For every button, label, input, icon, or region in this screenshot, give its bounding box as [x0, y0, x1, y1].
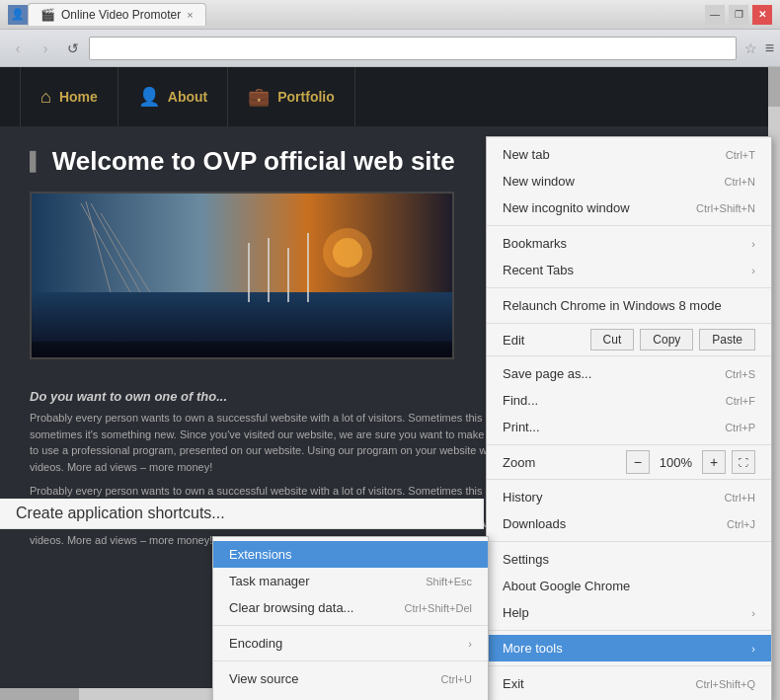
tab-close-btn[interactable]: × [187, 9, 193, 21]
clear-browsing-shortcut: Ctrl+Shift+Del [405, 602, 472, 614]
bookmarks-arrow: › [751, 238, 755, 250]
settings-item[interactable]: Settings [487, 546, 771, 573]
encoding-label: Encoding [229, 636, 468, 651]
find-label: Find... [503, 393, 706, 408]
print-shortcut: Ctrl+P [725, 422, 755, 433]
create-app-shortcuts-label: Create application shortcuts... [16, 505, 468, 522]
task-manager-item[interactable]: Task manager Shift+Esc [213, 568, 488, 594]
edit-label: Edit [503, 333, 585, 348]
print-item[interactable]: Print... Ctrl+P [487, 414, 771, 440]
reload-button[interactable]: ↺ [61, 37, 85, 60]
menu-section-page: Save page as... Ctrl+S Find... Ctrl+F Pr… [487, 356, 771, 445]
create-app-shortcuts-item[interactable]: Create application shortcuts... [0, 499, 484, 528]
history-shortcut: Ctrl+H [725, 492, 755, 504]
extensions-item[interactable]: Extensions [213, 541, 488, 568]
menu-section-exit: Exit Ctrl+Shift+Q [487, 666, 771, 700]
back-button[interactable]: ‹ [6, 37, 30, 60]
zoom-minus-button[interactable]: − [626, 450, 650, 474]
recent-tabs-arrow: › [751, 265, 755, 276]
exit-item[interactable]: Exit Ctrl+Shift+Q [487, 670, 771, 697]
downloads-item[interactable]: Downloads Ctrl+J [487, 510, 771, 537]
settings-label: Settings [503, 552, 755, 567]
menu-section-history: History Ctrl+H Downloads Ctrl+J [487, 480, 771, 542]
address-bar[interactable] [89, 37, 737, 60]
encoding-arrow: › [468, 638, 472, 650]
help-label: Help [503, 605, 751, 620]
zoom-value: 100% [650, 455, 702, 470]
new-incognito-item[interactable]: New incognito window Ctrl+Shift+N [487, 194, 771, 221]
view-source-item[interactable]: View source Ctrl+U [213, 665, 488, 692]
new-window-label: New window [503, 174, 705, 189]
copy-button[interactable]: Copy [640, 329, 693, 350]
menu-section-relaunch: Relaunch Chrome in Windows 8 mode [487, 288, 771, 324]
more-tools-label: More tools [503, 641, 751, 656]
relaunch-item[interactable]: Relaunch Chrome in Windows 8 mode [487, 292, 771, 319]
recent-tabs-item[interactable]: Recent Tabs › [487, 257, 771, 283]
browser-toolbar: ‹ › ↺ ☆ ≡ [0, 30, 780, 67]
new-window-item[interactable]: New window Ctrl+N [487, 168, 771, 194]
zoom-plus-button[interactable]: + [702, 450, 726, 474]
relaunch-label: Relaunch Chrome in Windows 8 mode [503, 298, 755, 313]
bookmark-star-icon[interactable]: ☆ [744, 40, 757, 56]
new-incognito-label: New incognito window [503, 200, 676, 215]
bookmarks-label: Bookmarks [503, 236, 751, 251]
submenu-section-2: Encoding › [213, 626, 488, 661]
minimize-button[interactable]: — [705, 5, 725, 25]
new-window-shortcut: Ctrl+N [725, 176, 755, 188]
cut-button[interactable]: Cut [590, 329, 635, 350]
close-button[interactable]: ✕ [752, 5, 772, 25]
help-item[interactable]: Help › [487, 599, 771, 626]
menu-section-more-tools: More tools › [487, 631, 771, 666]
forward-button[interactable]: › [34, 37, 57, 60]
zoom-row: Zoom − 100% + ⛶ [487, 445, 771, 480]
browser-window: 👤 🎬 Online Video Promoter × — ❐ ✕ ‹ › ↺ … [0, 0, 780, 700]
fullscreen-button[interactable]: ⛶ [732, 450, 755, 474]
more-tools-submenu: Extensions Task manager Shift+Esc Clear … [212, 536, 489, 700]
task-manager-shortcut: Shift+Esc [426, 576, 472, 587]
about-chrome-label: About Google Chrome [503, 579, 755, 593]
window-controls: — ❐ ✕ [705, 5, 772, 25]
clear-browsing-label: Clear browsing data... [229, 600, 385, 615]
exit-shortcut: Ctrl+Shift+Q [695, 678, 755, 690]
menu-section-settings: Settings About Google Chrome Help › [487, 542, 771, 631]
about-chrome-item[interactable]: About Google Chrome [487, 573, 771, 599]
clear-browsing-item[interactable]: Clear browsing data... Ctrl+Shift+Del [213, 594, 488, 621]
bookmarks-item[interactable]: Bookmarks › [487, 230, 771, 257]
task-manager-label: Task manager [229, 574, 406, 588]
title-bar: 👤 🎬 Online Video Promoter × — ❐ ✕ [0, 0, 780, 30]
exit-label: Exit [503, 676, 675, 691]
recent-tabs-label: Recent Tabs [503, 263, 751, 277]
menu-section-new: New tab Ctrl+T New window Ctrl+N New inc… [487, 137, 771, 226]
edit-row: Edit Cut Copy Paste [487, 324, 771, 356]
chrome-menu: New tab Ctrl+T New window Ctrl+N New inc… [486, 136, 772, 700]
paste-button[interactable]: Paste [699, 329, 755, 350]
chrome-menu-button[interactable]: ≡ [765, 39, 774, 57]
restore-button[interactable]: ❐ [729, 5, 748, 25]
new-tab-item[interactable]: New tab Ctrl+T [487, 141, 771, 168]
find-item[interactable]: Find... Ctrl+F [487, 387, 771, 414]
view-source-label: View source [229, 671, 422, 686]
more-tools-arrow: › [751, 643, 755, 655]
save-page-shortcut: Ctrl+S [725, 368, 755, 380]
more-tools-item[interactable]: More tools › [487, 635, 771, 661]
browser-content: ⌂ Home 👤 About 💼 Portfolio ▌ Welcome to … [0, 67, 780, 700]
downloads-label: Downloads [503, 516, 707, 531]
history-item[interactable]: History Ctrl+H [487, 484, 771, 510]
downloads-shortcut: Ctrl+J [727, 518, 755, 530]
save-page-label: Save page as... [503, 366, 705, 381]
tab-title: Online Video Promoter [61, 8, 181, 22]
extensions-label: Extensions [229, 547, 472, 562]
browser-tab[interactable]: 🎬 Online Video Promoter × [28, 3, 206, 26]
print-label: Print... [503, 420, 705, 434]
save-page-item[interactable]: Save page as... Ctrl+S [487, 360, 771, 387]
find-shortcut: Ctrl+F [726, 395, 755, 407]
zoom-label: Zoom [503, 455, 626, 470]
new-tab-shortcut: Ctrl+T [726, 149, 755, 161]
user-icon[interactable]: 👤 [8, 5, 28, 25]
submenu-section-3: View source Ctrl+U Developer tools Ctrl+… [213, 661, 488, 700]
encoding-item[interactable]: Encoding › [213, 630, 488, 657]
developer-tools-item[interactable]: Developer tools Ctrl+Shift+I [213, 692, 488, 700]
new-tab-label: New tab [503, 147, 706, 162]
menu-section-bookmarks: Bookmarks › Recent Tabs › [487, 226, 771, 288]
view-source-shortcut: Ctrl+U [441, 673, 472, 685]
